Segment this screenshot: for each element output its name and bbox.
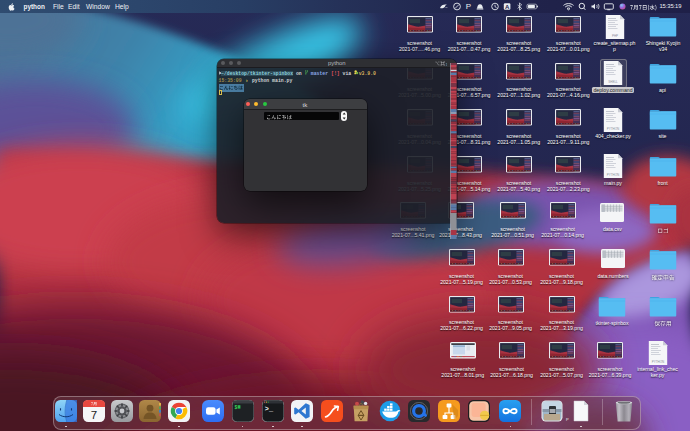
svg-text:PYTHON: PYTHON [651, 359, 664, 363]
svg-text:SHELL: SHELL [608, 80, 618, 84]
svg-text:PHP: PHP [611, 33, 617, 37]
svg-text:>_: >_ [265, 405, 274, 413]
svg-text:$: $ [234, 404, 237, 409]
svg-text:A: A [505, 4, 510, 10]
svg-text:7: 7 [90, 408, 96, 420]
svg-text:PYTHON: PYTHON [607, 126, 620, 130]
svg-text:P: P [466, 2, 471, 11]
svg-text:PYTHON: PYTHON [607, 173, 620, 177]
svg-text:1: 1 [445, 62, 447, 67]
